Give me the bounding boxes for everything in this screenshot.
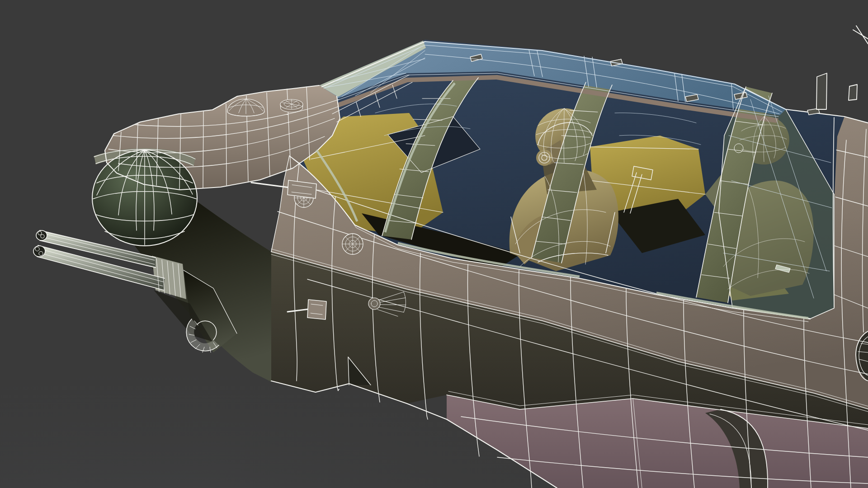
3d-viewport[interactable]: Shaded 3D wireframe viewport render of a…: [0, 0, 868, 488]
wireframe-render[interactable]: Shaded 3D wireframe viewport render of a…: [0, 0, 868, 488]
exhaust-cone: [368, 298, 380, 310]
circular-vent-lower-mesh: [342, 234, 363, 254]
